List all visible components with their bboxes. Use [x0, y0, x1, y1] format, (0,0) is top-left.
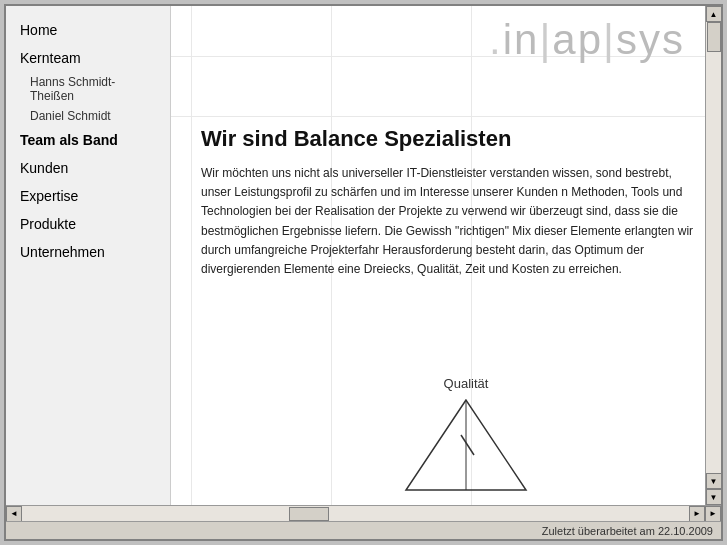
scrollbar-bottom-track[interactable] — [22, 506, 689, 521]
sidebar-item-team-als-band[interactable]: Team als Band — [6, 126, 170, 154]
scroll-down-button-1[interactable]: ▼ — [706, 473, 722, 489]
site-logo: .in|ap|sys — [489, 16, 685, 64]
text-content: Wir sind Balance Spezialisten Wir möchte… — [201, 126, 695, 279]
scroll-left-button[interactable]: ◄ — [6, 506, 22, 522]
main-content: .in|ap|sys Wir sind Balance Spezialisten… — [171, 6, 705, 505]
scrollbar-track[interactable] — [706, 22, 721, 473]
page-body: Wir möchten uns nicht als universeller I… — [201, 164, 695, 279]
scroll-up-button[interactable]: ▲ — [706, 6, 722, 22]
sidebar-item-daniel[interactable]: Daniel Schmidt — [6, 106, 170, 126]
sidebar-item-kernteam[interactable]: Kernteam — [6, 44, 170, 72]
browser-content: Home Kernteam Hanns Schmidt-Theißen Dani… — [6, 6, 721, 505]
sidebar-item-hanns[interactable]: Hanns Schmidt-Theißen — [6, 72, 170, 106]
scroll-right-button-1[interactable]: ► — [689, 506, 705, 522]
status-text: Zuletzt überarbeitet am 22.10.2009 — [542, 525, 713, 537]
quality-label: Qualität — [396, 376, 536, 391]
website-frame: .in|ap|sys Wir sind Balance Spezialisten… — [171, 6, 705, 505]
scrollbar-bottom-thumb[interactable] — [289, 507, 329, 521]
sidebar-item-kunden[interactable]: Kunden — [6, 154, 170, 182]
sidebar-item-produkte[interactable]: Produkte — [6, 210, 170, 238]
scroll-right-button-2[interactable]: ► — [705, 506, 721, 522]
window: Home Kernteam Hanns Schmidt-Theißen Dani… — [4, 4, 723, 541]
scrollbar-right: ▲ ▼ ▼ — [705, 6, 721, 505]
scrollbar-thumb[interactable] — [707, 22, 721, 52]
sidebar-item-unternehmen[interactable]: Unternehmen — [6, 238, 170, 266]
triangle-svg — [396, 395, 536, 495]
scroll-down-button-2[interactable]: ▼ — [706, 489, 722, 505]
quality-diagram: Qualität — [396, 376, 536, 495]
sidebar-item-expertise[interactable]: Expertise — [6, 182, 170, 210]
status-bar: Zuletzt überarbeitet am 22.10.2009 — [6, 521, 721, 539]
sidebar-item-home[interactable]: Home — [6, 16, 170, 44]
page-title: Wir sind Balance Spezialisten — [201, 126, 695, 152]
scroll-bottom-buttons: ▼ — [706, 473, 722, 489]
sidebar: Home Kernteam Hanns Schmidt-Theißen Dani… — [6, 6, 171, 505]
svg-line-2 — [461, 435, 474, 455]
scrollbar-bottom: ◄ ► ► — [6, 505, 721, 521]
